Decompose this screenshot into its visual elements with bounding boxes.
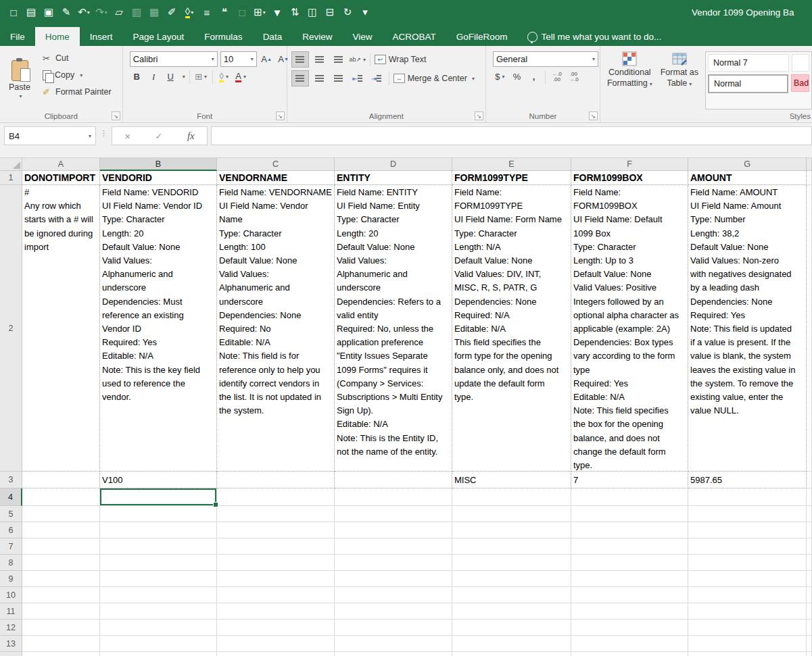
cell-C12[interactable] bbox=[217, 620, 335, 636]
cell-G7[interactable] bbox=[688, 538, 807, 555]
tab-insert[interactable]: Insert bbox=[80, 27, 123, 46]
increase-indent-button[interactable]: ⇥ bbox=[368, 71, 385, 86]
borders-button[interactable]: ⊞▾ bbox=[194, 70, 208, 84]
cell-F2[interactable]: Field Name: FORM1099BOX UI Field Name: D… bbox=[571, 185, 688, 472]
cell-E7[interactable] bbox=[452, 538, 571, 555]
cell-C7[interactable] bbox=[217, 538, 335, 555]
merge-center-button[interactable]: ↔ Merge & Center ▾ bbox=[393, 71, 475, 86]
cell-A5[interactable] bbox=[22, 506, 100, 522]
row-header-3[interactable]: 3 bbox=[0, 472, 22, 488]
table-icon[interactable]: ⊞▾ bbox=[252, 3, 268, 21]
cell-B10[interactable] bbox=[100, 587, 217, 603]
cell-B14[interactable] bbox=[100, 652, 217, 656]
cell-G8[interactable] bbox=[688, 555, 807, 571]
save-icon[interactable]: ▣ bbox=[41, 3, 57, 21]
tab-data[interactable]: Data bbox=[253, 27, 293, 46]
cell-F6[interactable] bbox=[571, 522, 688, 538]
sort-icon[interactable]: ⇅ bbox=[287, 3, 303, 21]
tab-formulas[interactable]: Formulas bbox=[194, 27, 252, 46]
cell-E10[interactable] bbox=[452, 587, 571, 603]
cell-D7[interactable] bbox=[335, 538, 452, 555]
orientation-button[interactable]: ab↗▾ bbox=[350, 52, 366, 67]
redo-icon[interactable]: ↷▾ bbox=[93, 3, 110, 21]
cell-A2[interactable]: # Any row which starts with a # will be … bbox=[22, 185, 100, 472]
bold-button[interactable]: B bbox=[130, 70, 144, 84]
cell-A3[interactable] bbox=[22, 472, 100, 488]
align-right-button[interactable] bbox=[331, 71, 347, 86]
cell-F7[interactable] bbox=[571, 538, 688, 555]
cell-A10[interactable] bbox=[22, 587, 100, 603]
cell-E5[interactable] bbox=[452, 506, 571, 522]
filter-icon[interactable]: ▼ bbox=[269, 3, 285, 21]
align-bottom-button[interactable] bbox=[331, 52, 347, 67]
grow-font-button[interactable]: A▲ bbox=[260, 52, 274, 66]
open-favorites-icon[interactable]: ▤ bbox=[23, 3, 39, 21]
export-table-icon[interactable]: ⊟ bbox=[322, 3, 338, 21]
row-header-11[interactable]: 11 bbox=[0, 603, 22, 620]
comment-icon[interactable]: ❝ bbox=[216, 3, 233, 21]
cell-A13[interactable] bbox=[22, 636, 100, 652]
cell-E14[interactable] bbox=[452, 652, 571, 656]
column-header-D[interactable]: D bbox=[335, 158, 452, 171]
fill-handle[interactable] bbox=[213, 502, 218, 507]
cell-F3[interactable]: 7 bbox=[571, 472, 688, 488]
formula-input[interactable] bbox=[211, 126, 812, 145]
align-middle-button[interactable] bbox=[312, 52, 328, 67]
cell-G2[interactable]: Field Name: AMOUNT UI Field Name: Amount… bbox=[688, 185, 807, 472]
cell-D9[interactable] bbox=[335, 571, 452, 587]
cell-G9[interactable] bbox=[688, 571, 807, 587]
copy-button[interactable]: Copy ▾ bbox=[41, 68, 112, 82]
row-header-13[interactable]: 13 bbox=[0, 636, 22, 652]
tab-review[interactable]: Review bbox=[292, 27, 342, 46]
paste-values-icon[interactable]: ▥ bbox=[128, 3, 145, 21]
cell-A9[interactable] bbox=[22, 571, 100, 587]
increase-decimal-button[interactable]: ←.0.00 bbox=[550, 70, 564, 84]
column-header-B[interactable]: B bbox=[100, 158, 217, 171]
cell-G11[interactable] bbox=[688, 603, 807, 620]
row-header-12[interactable]: 12 bbox=[0, 620, 22, 636]
cell-D13[interactable] bbox=[335, 636, 452, 652]
align-center-button[interactable] bbox=[312, 71, 328, 86]
column-header-F[interactable]: F bbox=[571, 158, 688, 171]
cell-F11[interactable] bbox=[571, 603, 688, 620]
new-document-icon[interactable]: □ bbox=[5, 3, 22, 21]
cell-C11[interactable] bbox=[217, 603, 335, 620]
cell-E3[interactable]: MISC bbox=[452, 472, 571, 488]
wrap-text-button[interactable]: ↩ Wrap Text bbox=[375, 52, 427, 67]
italic-button[interactable]: I bbox=[147, 70, 161, 84]
chevron-down-icon[interactable]: ▾ bbox=[105, 9, 108, 16]
comma-button[interactable]: , bbox=[527, 70, 541, 84]
cell-B11[interactable] bbox=[100, 603, 217, 620]
number-format-combo[interactable]: General ▾ bbox=[493, 51, 598, 67]
open-folder-icon[interactable]: ▱ bbox=[111, 3, 127, 21]
row-header-2[interactable]: 2 bbox=[0, 185, 22, 472]
select-all-button[interactable] bbox=[0, 158, 22, 171]
row-header-8[interactable]: 8 bbox=[0, 555, 22, 571]
cell-E8[interactable] bbox=[452, 555, 571, 571]
cell-G1[interactable]: AMOUNT bbox=[688, 171, 807, 185]
font-name-combo[interactable]: Calibri ▾ bbox=[130, 51, 218, 67]
insert-function-icon[interactable]: fx bbox=[187, 130, 195, 142]
font-size-combo[interactable]: 10 ▾ bbox=[220, 51, 257, 67]
column-header-A[interactable]: A bbox=[22, 158, 100, 171]
row-header-6[interactable]: 6 bbox=[0, 522, 22, 538]
undo-icon[interactable]: ↶▾ bbox=[76, 3, 92, 21]
chevron-down-icon[interactable]: ▾ bbox=[191, 9, 193, 16]
chevron-down-icon[interactable]: ▾ bbox=[87, 9, 90, 16]
style-item-clipped[interactable] bbox=[792, 54, 809, 72]
cell-B5[interactable] bbox=[100, 506, 217, 522]
text-format-icon[interactable]: ≡ bbox=[199, 3, 215, 21]
align-left-button[interactable] bbox=[291, 70, 309, 86]
cell-B12[interactable] bbox=[100, 620, 217, 636]
cell-B2[interactable]: Field Name: VENDORID UI Field Name: Vend… bbox=[100, 185, 217, 472]
cell-B7[interactable] bbox=[100, 538, 217, 555]
cell-F8[interactable] bbox=[571, 555, 688, 571]
cell-G6[interactable] bbox=[688, 522, 807, 538]
cell-F10[interactable] bbox=[571, 587, 688, 603]
cell-E9[interactable] bbox=[452, 571, 571, 587]
row-header-9[interactable]: 9 bbox=[0, 571, 22, 587]
cell-D8[interactable] bbox=[335, 555, 452, 571]
qat-more-icon[interactable]: ▾ bbox=[357, 3, 373, 21]
decrease-indent-button[interactable]: ⇤ bbox=[350, 71, 366, 86]
accounting-format-button[interactable]: $▾ bbox=[493, 70, 507, 84]
